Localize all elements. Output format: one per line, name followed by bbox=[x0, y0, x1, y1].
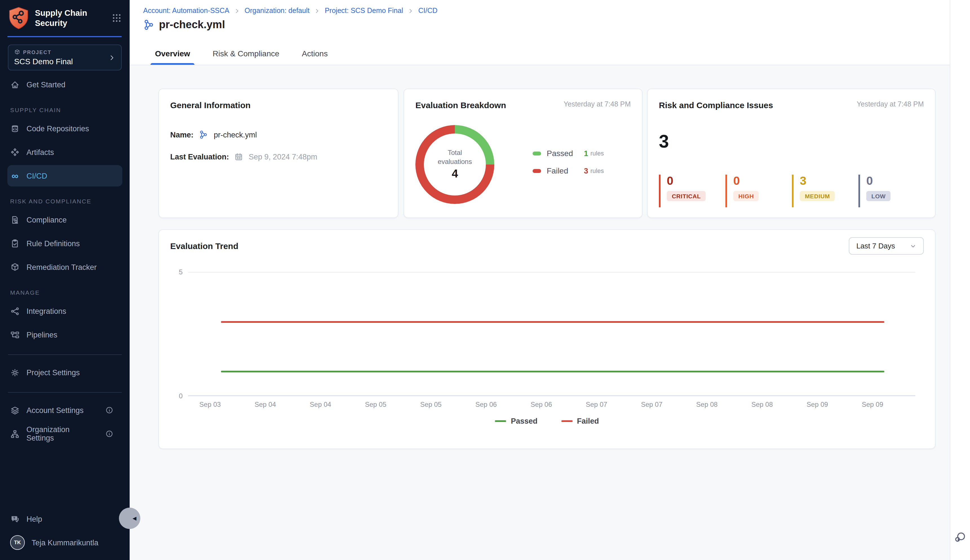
sidebar-item-code-repositories[interactable]: Code Repositories bbox=[7, 118, 122, 139]
severity-pill: HIGH bbox=[733, 191, 759, 201]
name-row: Name: pr-check.yml bbox=[170, 130, 387, 139]
svg-text:?: ? bbox=[13, 516, 15, 520]
date-range-value: Last 7 Days bbox=[856, 242, 895, 250]
general-information-card: General Information Name: pr-check.yml L… bbox=[159, 88, 399, 218]
chevron-right-icon bbox=[108, 54, 115, 61]
logo-divider bbox=[7, 36, 122, 37]
legend-row-passed: Passed1rules bbox=[533, 149, 604, 158]
chevron-right-icon bbox=[407, 8, 414, 14]
legend-unit: rules bbox=[590, 167, 604, 174]
sidebar: Supply Chain Security PROJECT SCS Demo F… bbox=[0, 0, 130, 560]
sidebar-item-account-settings[interactable]: Account Settings bbox=[7, 400, 122, 421]
legend-dash bbox=[495, 420, 506, 422]
sidebar-item-rule-definitions[interactable]: Rule Definitions bbox=[7, 233, 122, 254]
x-axis-label: Sep 06 bbox=[531, 400, 552, 408]
sidebar-item-pipelines[interactable]: Pipelines bbox=[7, 324, 122, 345]
tab-risk-compliance[interactable]: Risk & Compliance bbox=[212, 49, 280, 65]
sidebar-nav: Get StartedSUPPLY CHAINCode Repositories… bbox=[0, 70, 130, 348]
collapse-sidebar-button[interactable]: ◀ bbox=[119, 508, 140, 529]
last-evaluation-value: Sep 9, 2024 7:48pm bbox=[249, 153, 317, 161]
sidebar-item-ci-cd[interactable]: ∞CI/CD bbox=[7, 165, 122, 187]
x-axis-label: Sep 07 bbox=[641, 400, 662, 408]
severity-count: 0 bbox=[866, 175, 925, 187]
shield-logo-icon bbox=[8, 7, 29, 29]
sidebar-item-artifacts[interactable]: Artifacts bbox=[7, 142, 122, 163]
chevron-right-icon bbox=[314, 8, 320, 14]
trend-legend-passed: Passed bbox=[495, 417, 538, 425]
y-axis-tick: 5 bbox=[168, 268, 183, 276]
sidebar-item-label: Integrations bbox=[27, 307, 66, 315]
legend-count: 3 bbox=[584, 167, 588, 175]
sidebar-item-label: Help bbox=[27, 515, 42, 523]
info-icon[interactable] bbox=[105, 406, 113, 414]
sidebar-item-project-settings[interactable]: Project Settings bbox=[7, 362, 122, 383]
title-row: pr-check.yml bbox=[143, 18, 225, 31]
trend-line-passed bbox=[221, 370, 884, 372]
sidebar-section-label: MANAGE bbox=[0, 280, 130, 300]
sidebar-item-label: Project Settings bbox=[27, 368, 80, 377]
pipelines-icon bbox=[10, 330, 20, 340]
severity-pill: MEDIUM bbox=[800, 191, 835, 201]
donut-center: Total evaluations 4 bbox=[416, 125, 494, 204]
legend-swatch bbox=[533, 151, 541, 155]
card-title: Evaluation Trend bbox=[170, 241, 924, 251]
severity-high: 0HIGH bbox=[725, 175, 792, 207]
legend-unit: rules bbox=[590, 150, 604, 157]
x-axis-line bbox=[188, 395, 915, 396]
calendar-icon bbox=[235, 153, 243, 161]
severity-row: 0CRITICAL0HIGH3MEDIUM0LOW bbox=[659, 175, 925, 207]
sidebar-item-label: Artifacts bbox=[27, 148, 54, 156]
x-axis-label: Sep 04 bbox=[254, 400, 276, 408]
tab-overview[interactable]: Overview bbox=[154, 49, 191, 65]
severity-count: 3 bbox=[800, 175, 858, 187]
apps-grid-icon[interactable] bbox=[112, 13, 122, 23]
sidebar-divider bbox=[8, 392, 122, 393]
project-name: SCS Demo Final bbox=[14, 57, 108, 66]
code-repository-icon bbox=[10, 124, 20, 133]
date-range-select[interactable]: Last 7 Days bbox=[849, 237, 924, 255]
app-logo: Supply Chain Security bbox=[0, 0, 130, 35]
project-label: PROJECT bbox=[23, 49, 51, 55]
sidebar-item-integrations[interactable]: Integrations bbox=[7, 300, 122, 322]
app-root: Supply Chain Security PROJECT SCS Demo F… bbox=[0, 0, 970, 560]
breadcrumb-link[interactable]: CI/CD bbox=[418, 7, 437, 15]
breadcrumb-link[interactable]: Account: Automation-SSCA bbox=[143, 7, 229, 15]
sidebar-item-organization-settings[interactable]: Organization Settings bbox=[7, 423, 122, 445]
last-evaluation-label: Last Evaluation: bbox=[170, 153, 229, 161]
sidebar-item-label: Code Repositories bbox=[27, 124, 89, 133]
breadcrumb-link[interactable]: Organization: default bbox=[245, 7, 310, 15]
chevron-down-icon bbox=[910, 243, 917, 249]
top-gridline bbox=[188, 272, 915, 273]
user-menu[interactable]: TK Teja Kummarikuntla bbox=[7, 532, 122, 553]
sidebar-item-get-started[interactable]: Get Started bbox=[7, 74, 122, 95]
artifacts-icon bbox=[10, 147, 20, 157]
tab-actions[interactable]: Actions bbox=[301, 49, 329, 65]
sidebar-item-help[interactable]: ? Help bbox=[7, 508, 122, 530]
x-axis-label: Sep 07 bbox=[586, 400, 607, 408]
breadcrumb-link[interactable]: Project: SCS Demo Final bbox=[325, 7, 403, 15]
trend-legend: PassedFailed bbox=[159, 417, 935, 425]
sidebar-item-remediation-tracker[interactable]: Remediation Tracker bbox=[7, 256, 122, 278]
sidebar-spacer bbox=[0, 447, 130, 508]
project-label-row: PROJECT bbox=[14, 49, 108, 55]
chevron-right-icon bbox=[234, 8, 240, 14]
sidebar-item-label: Rule Definitions bbox=[27, 239, 80, 248]
sidebar-item-label: Get Started bbox=[27, 80, 65, 89]
donut-center-label: Total evaluations bbox=[431, 149, 479, 166]
project-selector[interactable]: PROJECT SCS Demo Final bbox=[8, 45, 122, 70]
info-icon[interactable] bbox=[105, 430, 113, 438]
legend-label: Passed bbox=[547, 149, 584, 158]
sidebar-section-label: RISK AND COMPLIANCE bbox=[0, 189, 130, 209]
sidebar-item-compliance[interactable]: Compliance bbox=[7, 209, 122, 230]
feedback-chat-icon[interactable] bbox=[954, 531, 966, 543]
name-value: pr-check.yml bbox=[214, 130, 257, 139]
x-axis-label: Sep 03 bbox=[199, 400, 220, 408]
x-axis-label: Sep 08 bbox=[696, 400, 718, 408]
x-axis-label: Sep 09 bbox=[806, 400, 828, 408]
share-nodes-icon bbox=[10, 306, 20, 316]
legend-label: Failed bbox=[577, 417, 599, 425]
gear-icon bbox=[10, 368, 20, 377]
breakdown-legend: Passed1rulesFailed3rules bbox=[533, 149, 604, 175]
evaluation-trend-card: Evaluation Trend Last 7 Days Sep 03Sep 0… bbox=[159, 229, 936, 449]
x-axis-label: Sep 09 bbox=[862, 400, 883, 408]
